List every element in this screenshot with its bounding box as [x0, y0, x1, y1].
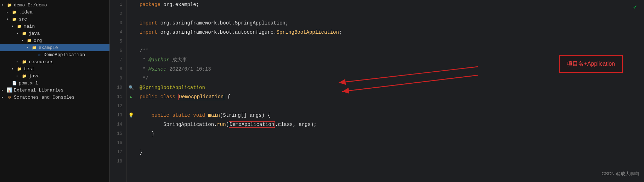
indent-spaces-13 — [140, 111, 152, 120]
spring-boot-annotation: @SpringBootApplication — [140, 83, 205, 92]
line-num-7: 7 — [110, 55, 124, 65]
code-line-17: } — [140, 148, 644, 157]
tree-item-test[interactable]: 📁 test — [0, 65, 109, 72]
gutter-12 — [127, 101, 135, 111]
tree-item-resources[interactable]: 📁 resources — [0, 58, 109, 65]
tree-item-test-java[interactable]: 📁 java — [0, 72, 109, 79]
folder-icon-test-java: 📁 — [21, 73, 28, 79]
gutter-15 — [127, 129, 135, 138]
tree-label-idea: .idea — [19, 10, 33, 15]
line-num-14: 14 — [110, 120, 124, 129]
code-line-13: public static void main (String[] args) … — [140, 111, 644, 120]
class-name-box: DemoApplication — [178, 94, 224, 100]
tree-item-demo-root[interactable]: 📁 demo E:/demo — [0, 1, 109, 9]
checkmark-indicator: ✓ — [633, 3, 637, 12]
line-num-15: 15 — [110, 129, 124, 138]
tree-label-demo-app: DemoApplication — [44, 52, 85, 57]
gutter-5 — [127, 37, 135, 46]
code-line-2 — [140, 9, 644, 18]
tree-label-test-java: java — [29, 73, 40, 79]
keyword-import-2: import — [140, 28, 160, 37]
gutter-4 — [127, 28, 135, 37]
gutter-11[interactable]: ▶ — [127, 92, 135, 101]
method-name: main — [208, 111, 220, 120]
import-2c: ; — [339, 28, 342, 37]
keyword-void: void — [193, 111, 208, 120]
comment-since-tag: @since — [148, 65, 166, 74]
code-line-9: */ — [140, 74, 644, 83]
tree-item-idea[interactable]: 📁 .idea — [0, 9, 109, 16]
close-brace-15: } — [140, 129, 154, 138]
indent-14: SpringApplication. — [140, 120, 217, 129]
folder-icon-idea: 📁 — [11, 9, 18, 15]
line-num-12: 12 — [110, 101, 124, 111]
folder-icon-src: 📁 — [11, 16, 18, 22]
tree-label-java: java — [29, 31, 40, 36]
line-num-9: 9 — [110, 74, 124, 83]
folder-arrow-libs — [1, 88, 6, 92]
line-num-16: 16 — [110, 138, 124, 148]
run-rest: .class, args); — [275, 120, 317, 129]
keyword-package: package — [140, 0, 163, 9]
tree-item-pom[interactable]: 📄 pom.xml — [0, 79, 109, 87]
gutter-18 — [127, 157, 135, 166]
tree-label-src: src — [19, 17, 27, 22]
tree-label-scratches: Scratches and Consoles — [14, 95, 75, 100]
code-line-10: @SpringBootApplication — [140, 83, 644, 92]
line-num-8: 8 — [110, 65, 124, 74]
code-line-16 — [140, 138, 644, 148]
gutter-7 — [127, 55, 135, 65]
folder-arrow-resources — [16, 60, 21, 64]
tree-item-org[interactable]: 📁 org — [0, 37, 109, 44]
editor-area: 1 2 3 4 5 6 7 8 9 10 11 12 13 14 15 16 1… — [110, 0, 644, 182]
code-line-11: public class DemoApplication { — [140, 92, 644, 101]
line-num-5: 5 — [110, 37, 124, 46]
folder-arrow-demo — [1, 3, 6, 7]
gutter-13: 💡 — [127, 111, 135, 120]
tree-item-scratches[interactable]: ⚙ Scratches and Consoles — [0, 94, 109, 101]
tree-item-demo-app[interactable]: ☕ DemoApplication — [0, 51, 109, 58]
code-editor[interactable]: package org.example; import org.springfr… — [135, 0, 644, 182]
annotation-callout-box: 项目名+Application — [559, 55, 623, 73]
line-num-13: 13 — [110, 111, 124, 120]
class-name: DemoApplication — [178, 92, 224, 101]
tree-item-external-libs[interactable]: 📊 External Libraries — [0, 87, 109, 94]
tree-item-main[interactable]: 📁 main — [0, 23, 109, 30]
tree-label-example: example — [39, 45, 58, 50]
folder-icon-resources: 📁 — [21, 59, 28, 65]
line-numbers: 1 2 3 4 5 6 7 8 9 10 11 12 13 14 15 16 1… — [110, 0, 127, 182]
package-name: org.example; — [163, 0, 199, 9]
file-tree: 📁 demo E:/demo 📁 .idea 📁 src 📁 main 📁 ja… — [0, 0, 109, 101]
line-num-1: 1 — [110, 0, 124, 9]
watermark-text: CSDN @成大事啊 — [601, 169, 639, 178]
code-line-6: /** — [140, 46, 644, 55]
import-2b: SpringBootApplication — [276, 28, 339, 37]
tree-label-test: test — [24, 66, 35, 72]
method-params: (String[] args) { — [220, 111, 271, 120]
gutter-8 — [127, 65, 135, 74]
tree-item-src[interactable]: 📁 src — [0, 16, 109, 23]
scratch-icon: ⚙ — [6, 94, 13, 100]
annotation-callout-text: 项目名+Application — [567, 61, 615, 67]
import-1b: SpringApplication; — [235, 18, 288, 28]
line-num-2: 2 — [110, 9, 124, 18]
comment-author-tag: @author — [148, 55, 169, 65]
code-line-5 — [140, 37, 644, 46]
tree-item-example[interactable]: 📁 example — [0, 44, 109, 51]
gutter-1 — [127, 0, 135, 9]
line-num-4: 4 — [110, 28, 124, 37]
comment-star-1: * — [140, 55, 148, 65]
demo-app-ref: DemoApplication — [229, 121, 275, 128]
gutter-16 — [127, 138, 135, 148]
line-num-17: 17 — [110, 148, 124, 157]
folder-icon-org: 📁 — [26, 38, 33, 43]
comment-author-val: 成大事 — [169, 55, 187, 65]
project-sidebar: 📁 demo E:/demo 📁 .idea 📁 src 📁 main 📁 ja… — [0, 0, 110, 182]
gutter-9 — [127, 74, 135, 83]
folder-arrow-src — [6, 17, 11, 21]
java-file-icon: ☕ — [36, 52, 43, 57]
line-num-11: 11 — [110, 92, 124, 101]
tree-item-java[interactable]: 📁 java — [0, 30, 109, 37]
folder-arrow-example — [26, 45, 31, 50]
close-brace-class: } — [140, 148, 142, 157]
